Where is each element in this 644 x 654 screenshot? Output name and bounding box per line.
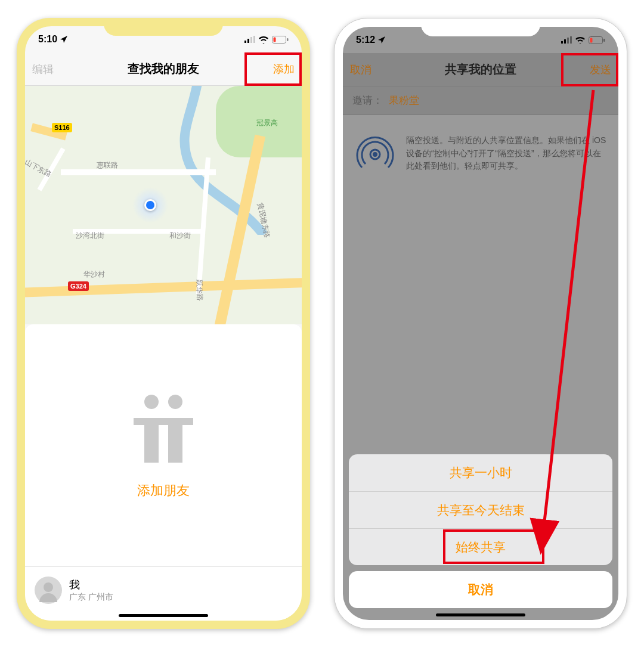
share-until-eod-button[interactable]: 共享至今天结束 bbox=[349, 491, 612, 528]
share-one-hour-button[interactable]: 共享一小时 bbox=[349, 454, 612, 491]
nav-title: 共享我的位置 bbox=[402, 61, 559, 78]
empty-state: 添加朋友 bbox=[25, 324, 302, 566]
svg-rect-0 bbox=[244, 41, 246, 43]
svg-rect-13 bbox=[570, 36, 572, 44]
svg-rect-16 bbox=[603, 39, 605, 42]
battery-low-icon bbox=[272, 36, 289, 44]
me-row[interactable]: 我 广东 广州市 bbox=[25, 566, 302, 621]
friends-sheet: 添加朋友 我 广东 广州市 bbox=[25, 324, 302, 621]
battery-low-icon bbox=[589, 36, 605, 44]
svg-point-9 bbox=[44, 582, 53, 592]
location-services-icon bbox=[60, 35, 68, 44]
share-indefinitely-button[interactable]: 始终共享 bbox=[349, 528, 612, 565]
invite-row[interactable]: 邀请： 果粉堂 bbox=[343, 86, 618, 115]
airdrop-icon bbox=[355, 134, 395, 175]
nav-title: 查找我的朋友 bbox=[85, 61, 242, 77]
nav-add-button[interactable]: 添加 bbox=[242, 62, 302, 76]
action-sheet: 共享一小时 共享至今天结束 始终共享 取消 bbox=[349, 454, 612, 608]
screen-left: 5:10 编辑 查找我的朋友 添加 bbox=[25, 26, 302, 621]
home-indicator[interactable] bbox=[436, 613, 525, 616]
screen-right: 5:12 取消 共享我的位置 发送 bbox=[343, 27, 618, 620]
road-label-heshajie: 和沙街 bbox=[169, 231, 191, 241]
road-label-shawanbei: 沙湾北街 bbox=[76, 231, 104, 241]
cellular-signal-icon bbox=[244, 36, 255, 43]
phone-frame-left: 5:10 编辑 查找我的朋友 添加 bbox=[17, 18, 310, 629]
cellular-signal-icon bbox=[561, 36, 572, 44]
svg-rect-12 bbox=[567, 38, 569, 44]
svg-point-7 bbox=[144, 395, 159, 409]
svg-rect-3 bbox=[253, 36, 255, 43]
nav-edit-button[interactable]: 编辑 bbox=[25, 62, 85, 76]
status-time: 5:10 bbox=[38, 34, 57, 45]
svg-rect-11 bbox=[564, 39, 566, 44]
status-time: 5:12 bbox=[356, 35, 375, 45]
road-shield-g324: G324 bbox=[68, 281, 89, 291]
wifi-icon bbox=[258, 36, 269, 44]
phone-frame-right: 5:12 取消 共享我的位置 发送 bbox=[334, 18, 627, 629]
nav-send-button[interactable]: 发送 bbox=[559, 63, 618, 77]
avatar-icon bbox=[35, 576, 62, 604]
nav-bar: 取消 共享我的位置 发送 bbox=[343, 53, 618, 86]
friends-icon bbox=[122, 391, 205, 465]
action-sheet-options: 共享一小时 共享至今天结束 始终共享 bbox=[349, 454, 612, 565]
location-services-icon bbox=[377, 36, 386, 44]
invite-label: 邀请： bbox=[352, 94, 383, 107]
svg-rect-6 bbox=[287, 38, 289, 41]
nav-cancel-button[interactable]: 取消 bbox=[343, 63, 402, 77]
airdrop-section: 隔空投送。与附近的人共享位置信息。如果他们在 iOS 设备的“控制中心”打开了“… bbox=[343, 128, 618, 181]
svg-point-8 bbox=[168, 395, 182, 409]
map-view[interactable]: S116 G324 惠联路 山下东路 沙湾北街 和沙街 跃华路 华沙村 冠景高 … bbox=[25, 86, 302, 324]
road-label-yuehualu: 跃华路 bbox=[194, 280, 205, 302]
airdrop-description: 隔空投送。与附近的人共享位置信息。如果他们在 iOS 设备的“控制中心”打开了“… bbox=[406, 134, 606, 175]
wifi-icon bbox=[575, 36, 586, 44]
home-indicator[interactable] bbox=[119, 614, 208, 617]
me-name: 我 bbox=[69, 578, 113, 592]
road-shield-s116: S116 bbox=[52, 123, 72, 132]
area-label-guanjing: 冠景高 bbox=[256, 118, 278, 128]
area-label-huashacun: 华沙村 bbox=[83, 269, 105, 280]
status-bar: 5:10 bbox=[25, 26, 302, 52]
road-label-hualian: 惠联路 bbox=[97, 160, 118, 171]
invite-value: 果粉堂 bbox=[389, 94, 419, 107]
svg-point-18 bbox=[373, 152, 377, 157]
action-sheet-cancel-button[interactable]: 取消 bbox=[349, 571, 612, 608]
current-location-pin bbox=[132, 187, 168, 223]
svg-rect-2 bbox=[250, 37, 252, 43]
svg-rect-1 bbox=[247, 39, 249, 43]
svg-rect-10 bbox=[561, 41, 563, 44]
add-friends-button[interactable]: 添加朋友 bbox=[137, 482, 190, 500]
svg-rect-5 bbox=[274, 37, 276, 42]
nav-bar: 编辑 查找我的朋友 添加 bbox=[25, 52, 302, 86]
me-location: 广东 广州市 bbox=[69, 592, 113, 603]
svg-rect-15 bbox=[590, 38, 593, 42]
road-label-shanxia: 山下东路 bbox=[25, 157, 53, 180]
status-bar: 5:12 bbox=[343, 27, 618, 53]
